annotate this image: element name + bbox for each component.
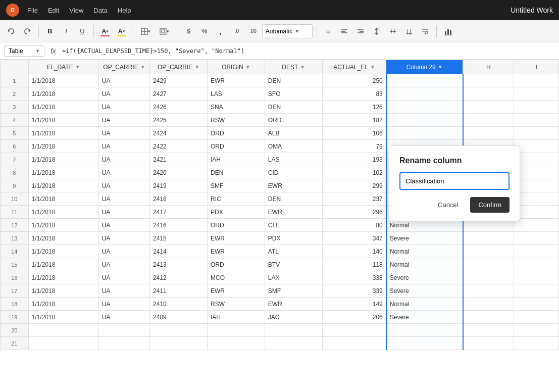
cell-op-carrier-2[interactable]: 2417 — [150, 206, 208, 219]
cell-fl-date[interactable]: 1/1/2018 — [28, 87, 98, 101]
cell-op-carrier-1[interactable]: UA — [98, 258, 149, 271]
cell-dest[interactable]: EWR — [265, 179, 322, 192]
cell-op-carrier-1[interactable] — [98, 337, 149, 350]
cell-origin[interactable]: ORD — [207, 127, 265, 140]
cell-i[interactable] — [514, 206, 559, 219]
cell-origin[interactable]: IAH — [207, 153, 265, 166]
cell-classification[interactable]: Normal — [386, 245, 463, 258]
table-row[interactable]: 21/1/2018UA2427LASSFO83 — [1, 87, 559, 101]
cell-i[interactable] — [514, 179, 559, 192]
table-row[interactable]: 171/1/2018UA2411EWRSMF339Severe — [1, 284, 559, 298]
table-row[interactable]: 191/1/2018UA2409IAHJAC206Severe — [1, 311, 559, 324]
cell-dest[interactable]: DEN — [265, 74, 322, 87]
cell-origin[interactable]: RSW — [207, 298, 265, 311]
cell-fl-date[interactable]: 1/1/2018 — [28, 271, 98, 284]
cell-op-carrier-1[interactable]: UA — [98, 166, 149, 179]
rename-input[interactable] — [399, 172, 510, 190]
cell-h[interactable] — [463, 114, 514, 127]
cell-op-carrier-1[interactable]: UA — [98, 101, 149, 114]
menu-view[interactable]: View — [69, 7, 83, 14]
cell-op-carrier-2[interactable]: 2413 — [150, 258, 208, 271]
cell-h[interactable] — [463, 324, 514, 337]
cell-elapsed-time[interactable]: 299 — [322, 179, 386, 192]
cell-elapsed-time[interactable]: 250 — [322, 74, 386, 87]
cell-classification[interactable]: Severe — [386, 271, 463, 284]
cell-classification[interactable] — [386, 101, 463, 114]
cell-dest[interactable]: EWR — [265, 206, 322, 219]
cell-i[interactable] — [514, 74, 559, 87]
cell-h[interactable] — [463, 245, 514, 258]
cell-fl-date[interactable]: 1/1/2018 — [28, 179, 98, 192]
cell-elapsed-time[interactable]: 106 — [322, 127, 386, 140]
cell-fl-date[interactable]: 1/1/2018 — [28, 101, 98, 114]
cell-op-carrier-2[interactable] — [150, 337, 208, 350]
cell-origin[interactable]: ORD — [207, 140, 265, 153]
table-row[interactable]: 161/1/2018UA2412MCOLAX338Severe — [1, 271, 559, 284]
cell-elapsed-time[interactable]: 338 — [322, 271, 386, 284]
cell-ref-box[interactable]: Table ▼ — [4, 45, 44, 57]
table-row[interactable]: 181/1/2018UA2410RSWEWR149Normal — [1, 298, 559, 311]
cell-i[interactable] — [514, 298, 559, 311]
cell-classification[interactable]: Severe — [386, 311, 463, 324]
cell-origin[interactable]: RSW — [207, 114, 265, 127]
cell-op-carrier-2[interactable]: 2424 — [150, 127, 208, 140]
align-right-button[interactable] — [353, 24, 368, 38]
scroll-area[interactable]: FL_DATE ▼ OP_CARRIE ▼ OP_CARRIE ▼ — [0, 60, 559, 392]
cell-elapsed-time[interactable]: 347 — [322, 232, 386, 245]
cell-h[interactable] — [463, 284, 514, 298]
cell-fl-date[interactable]: 1/1/2018 — [28, 219, 98, 232]
cell-i[interactable] — [514, 140, 559, 153]
cell-origin[interactable]: ORD — [207, 219, 265, 232]
cell-op-carrier-2[interactable]: 2411 — [150, 284, 208, 298]
cell-fl-date[interactable]: 1/1/2018 — [28, 206, 98, 219]
cell-classification[interactable] — [386, 337, 463, 350]
cell-h[interactable] — [463, 74, 514, 87]
cell-dest[interactable]: SFO — [265, 87, 322, 101]
cell-dest[interactable]: ORD — [265, 114, 322, 127]
cell-elapsed-time[interactable]: 118 — [322, 258, 386, 271]
cell-classification[interactable]: Normal — [386, 258, 463, 271]
cell-op-carrier-1[interactable]: UA — [98, 311, 149, 324]
cell-elapsed-time[interactable]: 237 — [322, 192, 386, 206]
cell-fl-date[interactable]: 1/1/2018 — [28, 284, 98, 298]
redo-button[interactable] — [20, 24, 34, 38]
cell-dest[interactable]: DEN — [265, 101, 322, 114]
bold-button[interactable]: B — [43, 24, 57, 38]
cell-i[interactable] — [514, 337, 559, 350]
cell-origin[interactable]: SNA — [207, 101, 265, 114]
cell-i[interactable] — [514, 166, 559, 179]
fill-color-button[interactable]: A ▾ — [114, 24, 128, 38]
cell-op-carrier-2[interactable]: 2418 — [150, 192, 208, 206]
cell-dest[interactable]: EWR — [265, 298, 322, 311]
italic-button[interactable]: I — [59, 24, 73, 38]
cell-origin[interactable]: DEN — [207, 166, 265, 179]
cell-h[interactable] — [463, 87, 514, 101]
font-color-button[interactable]: A ▾ — [98, 24, 112, 38]
cell-op-carrier-2[interactable]: 2429 — [150, 74, 208, 87]
cell-classification[interactable]: Severe — [386, 284, 463, 298]
confirm-button[interactable]: Confirm — [470, 197, 510, 213]
cell-dest[interactable]: ALB — [265, 127, 322, 140]
cell-i[interactable] — [514, 311, 559, 324]
rename-column-modal[interactable]: Rename column Cancel Confirm — [389, 145, 520, 221]
table-row[interactable]: 151/1/2018UA2413ORDBTV118Normal — [1, 258, 559, 271]
undo-button[interactable] — [4, 24, 18, 38]
cell-op-carrier-1[interactable]: UA — [98, 127, 149, 140]
cell-h[interactable] — [463, 101, 514, 114]
cell-elapsed-time[interactable]: 149 — [322, 298, 386, 311]
cell-op-carrier-2[interactable]: 2412 — [150, 271, 208, 284]
cell-h[interactable] — [463, 232, 514, 245]
table-row[interactable]: 21 — [1, 337, 559, 350]
underline-button[interactable]: U — [75, 24, 89, 38]
cell-op-carrier-2[interactable] — [150, 324, 208, 337]
cell-origin[interactable]: EWR — [207, 232, 265, 245]
cell-h[interactable] — [463, 271, 514, 284]
menu-data[interactable]: Data — [93, 7, 107, 14]
cell-elapsed-time[interactable]: 102 — [322, 166, 386, 179]
cell-i[interactable] — [514, 114, 559, 127]
cell-dest[interactable]: ATL — [265, 245, 322, 258]
cell-classification[interactable]: Normal — [386, 298, 463, 311]
cell-i[interactable] — [514, 324, 559, 337]
cell-fl-date[interactable]: 1/1/2018 — [28, 232, 98, 245]
cell-dest[interactable] — [265, 324, 322, 337]
